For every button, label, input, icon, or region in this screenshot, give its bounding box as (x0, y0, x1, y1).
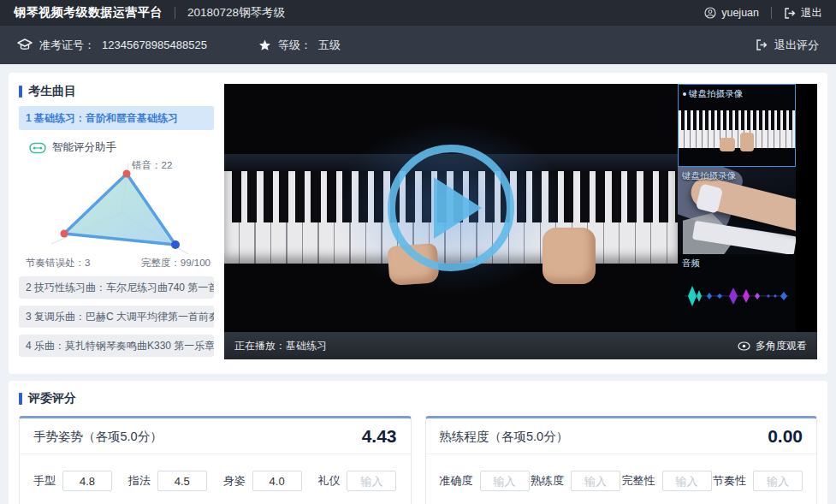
smart-scoring-assistant: 智能评分助手 (29, 140, 214, 155)
radar-label-wrong-notes: 错音：22 (132, 159, 172, 172)
camera-thumbnails: 键盘拍摄录像 键盘拍摄录像 (678, 84, 796, 332)
ticket-label: 准考证号： (39, 38, 95, 53)
radar-dot-completeness (171, 240, 180, 249)
level-group: 等级： 五级 (258, 38, 341, 53)
song-item-2[interactable]: 2 技巧性练习曲：车尔尼练习曲740 第一首 (19, 276, 214, 299)
exam-info-bar: 准考证号： 12345678985488525 等级： 五级 退出评分 (0, 26, 836, 64)
header-divider (175, 7, 175, 19)
hand-shape-input[interactable] (62, 471, 112, 491)
etiquette-input[interactable] (347, 471, 396, 491)
song-item-1[interactable]: 1 基础练习：音阶和琶音基础练习 (19, 106, 214, 130)
exit-scoring-icon (756, 39, 768, 50)
logout-button[interactable]: 退出 (784, 6, 822, 21)
top-header: 钢琴视频考级数据运营平台 20180728钢琴考级 yuejuan 退出 (0, 0, 836, 26)
now-playing-text: 正在播放：基础练习 (234, 339, 327, 353)
song-list-sidebar: 考生曲目 1 基础练习：音阶和琶音基础练习 智能评分助手 (19, 84, 214, 363)
play-button[interactable] (388, 145, 514, 271)
header-divider (771, 7, 772, 19)
fingering-input[interactable] (157, 471, 207, 491)
field-etiquette: 礼仪 (317, 471, 396, 491)
app-title: 钢琴视频考级数据运营平台 (14, 5, 163, 21)
field-rhythm: 节奏性 (713, 471, 803, 491)
audio-label-group: 音频 (682, 258, 700, 270)
title-accent-bar (19, 393, 22, 405)
multi-angle-button[interactable]: 多角度观看 (738, 339, 807, 353)
field-fingering: 指法 (128, 471, 207, 491)
main-video[interactable] (224, 84, 678, 332)
card-score: 4.43 (362, 426, 397, 447)
song-item-3[interactable]: 3 复调乐曲：巴赫C 大调平均律第一首前奏曲 (19, 305, 214, 328)
rhythm-input[interactable] (753, 471, 803, 491)
play-icon (434, 177, 482, 239)
song-list-title: 考生曲目 (19, 84, 214, 99)
exit-scoring-label: 退出评分 (774, 38, 819, 53)
posture-input[interactable] (252, 471, 302, 491)
proficiency-card: 熟练程度（各项5.0分） 0.00 准确度 熟练度 完整性 节奏性 (425, 416, 818, 504)
radar-label-rhythm-errors: 节奏错误处：3 (26, 257, 90, 270)
card-score: 0.00 (768, 426, 803, 447)
player-status-bar: 正在播放：基础练习 多角度观看 (224, 332, 817, 359)
field-posture: 身姿 (223, 471, 302, 491)
mini-keyboard-graphic (679, 110, 795, 148)
ticket-number-group: 准考证号： 12345678985488525 (17, 38, 207, 53)
proficiency-input[interactable] (571, 471, 620, 491)
radar-chart-svg (19, 157, 214, 270)
assistant-robot-icon (29, 142, 46, 154)
eye-icon (738, 341, 750, 351)
card-title: 手势姿势（各项5.0分） (33, 429, 163, 445)
accuracy-input[interactable] (480, 471, 530, 491)
assistant-label: 智能评分助手 (52, 140, 116, 155)
session-title: 20180728钢琴考级 (187, 5, 285, 21)
thumbnail-keyboard-cam-2[interactable]: 键盘拍摄录像 (678, 167, 796, 254)
right-hand-graphic (543, 228, 596, 284)
radar-label-completeness: 完整度：99/100 (141, 257, 210, 270)
active-dot (683, 92, 686, 96)
scoring-title: 评委评分 (19, 391, 817, 406)
radar-chart: 错音：22 节奏错误处：3 完整度：99/100 (19, 157, 214, 270)
graduation-cap-icon (17, 39, 33, 51)
thumbnail-2-label-group: 键盘拍摄录像 (682, 170, 736, 182)
radar-dot-rhythm-errors (61, 230, 68, 238)
user-name: yuejuan (721, 7, 759, 19)
logout-label: 退出 (801, 6, 822, 21)
level-value: 五级 (318, 38, 341, 53)
judge-scoring-panel: 评委评分 手势姿势（各项5.0分） 4.43 手型 指法 身姿 (9, 381, 827, 504)
thumbnail-keyboard-cam-1[interactable]: 键盘拍摄录像 (678, 84, 796, 167)
thumbnail-audio[interactable]: 音频 (678, 254, 796, 332)
user-menu[interactable]: yuejuan (704, 7, 759, 19)
star-icon (258, 39, 271, 51)
song-item-4[interactable]: 4 乐曲：莫扎特钢琴奏鸣曲K330 第一乐章 (19, 335, 214, 357)
exit-scoring-button[interactable]: 退出评分 (756, 38, 819, 53)
thumbnail-1-label-group: 键盘拍摄录像 (683, 88, 743, 100)
field-proficiency: 熟练度 (531, 471, 620, 491)
field-completeness: 完整性 (622, 471, 712, 491)
level-label: 等级： (278, 38, 311, 53)
exam-main-panel: 考生曲目 1 基础练习：音阶和琶音基础练习 智能评分助手 (9, 73, 827, 374)
radar-dot-wrong-notes (123, 170, 131, 178)
ticket-number: 12345678985488525 (102, 39, 207, 51)
field-accuracy: 准确度 (440, 471, 530, 491)
card-title: 熟练程度（各项5.0分） (440, 429, 569, 445)
completeness-input[interactable] (662, 471, 712, 491)
audio-waveform (681, 280, 792, 311)
user-icon (704, 7, 716, 19)
video-player: 键盘拍摄录像 键盘拍摄录像 (224, 84, 817, 363)
logout-icon (784, 8, 796, 19)
title-accent-bar (19, 86, 22, 98)
gesture-posture-card: 手势姿势（各项5.0分） 4.43 手型 指法 身姿 礼仪 (19, 416, 412, 504)
field-hand-shape: 手型 (33, 471, 112, 491)
